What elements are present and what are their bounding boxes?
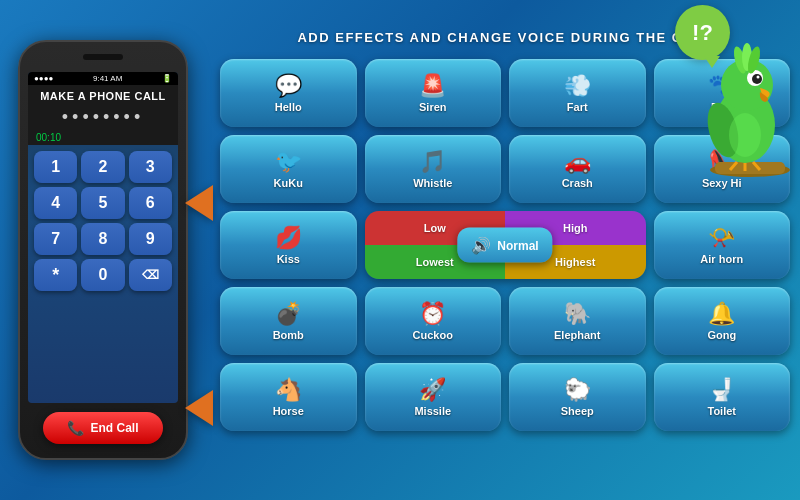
svg-point-7: [757, 76, 760, 79]
key-6[interactable]: 6: [129, 187, 172, 219]
cuckoo-icon: ⏰: [419, 303, 446, 325]
status-time: 9:41 AM: [93, 74, 122, 83]
whistle-label: Whistle: [413, 177, 452, 189]
horse-label: Horse: [273, 405, 304, 417]
key-7[interactable]: 7: [34, 223, 77, 255]
end-call-button[interactable]: 📞 End Call: [43, 412, 163, 444]
effect-kuku[interactable]: 🐦 KuKu: [220, 135, 357, 203]
pitch-high-label: High: [563, 222, 587, 234]
effect-hello[interactable]: 💬 Hello: [220, 59, 357, 127]
effect-sheep[interactable]: 🐑 Sheep: [509, 363, 646, 431]
phone-header: MAKE A PHONE CALL: [28, 85, 178, 105]
arrow-left-2: [185, 390, 213, 426]
parrot-body: [695, 30, 795, 180]
key-0[interactable]: 0: [81, 259, 124, 291]
phone-icon: 📞: [67, 420, 84, 436]
elephant-label: Elephant: [554, 329, 600, 341]
airhorn-icon: 📯: [708, 227, 735, 249]
bomb-label: Bomb: [273, 329, 304, 341]
effect-toilet[interactable]: 🚽 Toilet: [654, 363, 791, 431]
effect-horse[interactable]: 🐴 Horse: [220, 363, 357, 431]
phone-body: ●●●● 9:41 AM 🔋 MAKE A PHONE CALL •••••••…: [18, 40, 188, 460]
effect-bomb[interactable]: 💣 Bomb: [220, 287, 357, 355]
kiss-label: Kiss: [277, 253, 300, 265]
key-9[interactable]: 9: [129, 223, 172, 255]
parrot-svg: [695, 30, 795, 180]
phone-timer: 00:10: [28, 130, 178, 145]
toilet-icon: 🚽: [708, 379, 735, 401]
missile-label: Missile: [414, 405, 451, 417]
toilet-label: Toilet: [707, 405, 736, 417]
effect-gong[interactable]: 🔔 Gong: [654, 287, 791, 355]
pitch-low-label: Low: [424, 222, 446, 234]
number-display: ••••••••: [62, 107, 144, 127]
kiss-icon: 💋: [275, 227, 302, 249]
cuckoo-label: Cuckoo: [413, 329, 453, 341]
effect-cuckoo[interactable]: ⏰ Cuckoo: [365, 287, 502, 355]
effect-whistle[interactable]: 🎵 Whistle: [365, 135, 502, 203]
hello-label: Hello: [275, 101, 302, 113]
airhorn-label: Air horn: [700, 253, 743, 265]
key-1[interactable]: 1: [34, 151, 77, 183]
key-2[interactable]: 2: [81, 151, 124, 183]
pitch-normal-label: Normal: [497, 238, 538, 252]
sheep-icon: 🐑: [564, 379, 591, 401]
phone-status-bar: ●●●● 9:41 AM 🔋: [28, 72, 178, 85]
svg-rect-1: [715, 162, 785, 174]
speaker-icon: 🔊: [471, 236, 491, 255]
horse-icon: 🐴: [275, 379, 302, 401]
key-asterisk[interactable]: *: [34, 259, 77, 291]
pitch-normal[interactable]: 🔊 Normal: [457, 228, 552, 263]
voice-pitch-selector[interactable]: Low High Lowest Highest 🔊 Normal: [365, 211, 646, 279]
end-call-label: End Call: [90, 421, 138, 435]
arrow-left-1: [185, 185, 213, 221]
hello-icon: 💬: [275, 75, 302, 97]
phone: ●●●● 9:41 AM 🔋 MAKE A PHONE CALL •••••••…: [18, 40, 188, 460]
elephant-icon: 🐘: [564, 303, 591, 325]
whistle-icon: 🎵: [419, 151, 446, 173]
phone-number: ••••••••: [28, 105, 178, 130]
key-3[interactable]: 3: [129, 151, 172, 183]
parrot-container: !?: [675, 0, 795, 180]
svg-point-14: [729, 113, 761, 157]
kuku-icon: 🐦: [275, 151, 302, 173]
pitch-lowest-label: Lowest: [416, 256, 454, 268]
effect-elephant[interactable]: 🐘 Elephant: [509, 287, 646, 355]
key-4[interactable]: 4: [34, 187, 77, 219]
effect-siren[interactable]: 🚨 Siren: [365, 59, 502, 127]
battery-icon: 🔋: [162, 74, 172, 83]
fart-icon: 💨: [564, 75, 591, 97]
phone-screen: ●●●● 9:41 AM 🔋 MAKE A PHONE CALL •••••••…: [28, 72, 178, 403]
gong-label: Gong: [707, 329, 736, 341]
effect-fart[interactable]: 💨 Fart: [509, 59, 646, 127]
effect-kiss[interactable]: 💋 Kiss: [220, 211, 357, 279]
fart-label: Fart: [567, 101, 588, 113]
bomb-icon: 💣: [275, 303, 302, 325]
phone-speaker: [83, 54, 123, 60]
sheep-label: Sheep: [561, 405, 594, 417]
signal-icon: ●●●●: [34, 74, 53, 83]
siren-icon: 🚨: [419, 75, 446, 97]
key-8[interactable]: 8: [81, 223, 124, 255]
kuku-label: KuKu: [274, 177, 303, 189]
effect-airhorn[interactable]: 📯 Air horn: [654, 211, 791, 279]
siren-label: Siren: [419, 101, 447, 113]
effect-crash[interactable]: 🚗 Crash: [509, 135, 646, 203]
phone-keypad: 1 2 3 4 5 6 7 8 9 * 0 ⌫: [28, 145, 178, 297]
missile-icon: 🚀: [419, 379, 446, 401]
key-backspace[interactable]: ⌫: [129, 259, 172, 291]
gong-icon: 🔔: [708, 303, 735, 325]
key-5[interactable]: 5: [81, 187, 124, 219]
effect-missile[interactable]: 🚀 Missile: [365, 363, 502, 431]
svg-point-6: [752, 74, 762, 84]
crash-label: Crash: [562, 177, 593, 189]
pitch-highest-label: Highest: [555, 256, 595, 268]
crash-icon: 🚗: [564, 151, 591, 173]
